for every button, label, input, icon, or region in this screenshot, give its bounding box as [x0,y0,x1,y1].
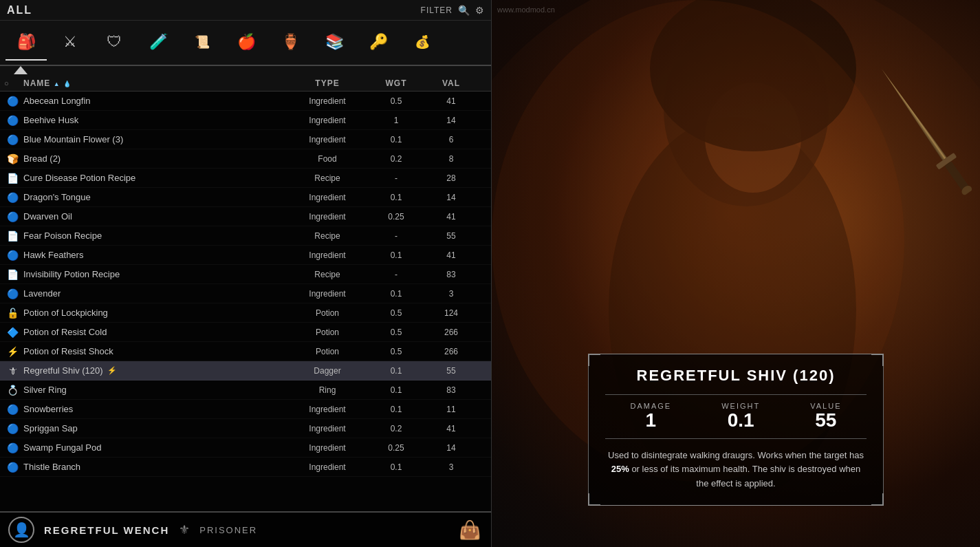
item-description: Used to disintegrate walking draugrs. Wo… [605,449,867,491]
item-icon: 🔵 [0,134,21,145]
list-item[interactable]: 🔵Swamp Fungal PodIngredient0.2514 [0,438,491,458]
list-item[interactable]: 🔵Dwarven OilIngredient0.2541 [0,207,491,226]
filter-icon[interactable]: 🔍 [458,5,470,16]
item-name-text: Dwarven Oil [21,211,286,222]
value-value: 55 [810,410,841,431]
item-name-text: Potion of Lockpicking [21,308,286,318]
tab-all[interactable]: 🎒 [6,25,47,61]
item-value-text: 11 [424,405,479,414]
tab-books[interactable]: 📚 [314,25,355,61]
item-name-text: Cure Disease Potion Recipe [21,173,286,183]
tab-misc[interactable]: 🏺 [270,25,311,61]
tab-keys[interactable]: 🔑 [358,25,399,61]
list-item[interactable]: 🔵Spriggan SapIngredient0.241 [0,419,491,438]
item-weight-text: 0.5 [369,347,424,356]
col-name-header[interactable]: NAME ▲ 💧 [21,78,286,88]
list-item[interactable]: 🍞Bread (2)Food0.28 [0,149,491,169]
item-type-text: Dagger [286,366,369,376]
item-name-text: Blue Mountain Flower (3) [21,134,286,144]
item-value-text: 6 [424,135,479,144]
item-icon: 🔵 [0,250,21,261]
item-value-text: 14 [424,116,479,125]
lightning-icon: ⚡ [107,366,117,375]
item-icon: 🔵 [0,96,21,107]
item-value-text: 41 [424,250,479,260]
item-value-text: 83 [424,270,479,279]
weight-stat: WEIGHT 0.1 [721,402,760,431]
list-item[interactable]: 🔓Potion of LockpickingPotion0.5124 [0,303,491,323]
list-item[interactable]: 📄Cure Disease Potion RecipeRecipe-28 [0,169,491,188]
item-type-text: Food [286,154,369,164]
list-item[interactable]: 📄Fear Poison RecipeRecipe-55 [0,226,491,246]
item-name-text: Snowberries [21,404,286,414]
item-name-text: Abecean Longfin [21,96,286,106]
list-item[interactable]: 💍Silver RingRing0.183 [0,380,491,400]
item-icon: 🔵 [0,115,21,126]
col-val-header[interactable]: VAL [424,78,479,88]
item-weight-text: - [369,270,424,279]
item-name-text: Bread (2) [21,153,286,164]
item-info-box: REGRETFUL SHIV (120) DAMAGE 1 WEIGHT 0.1… [588,354,884,506]
item-icon: 🔵 [0,442,21,453]
item-list[interactable]: 🔵Abecean LongfinIngredient0.541🔵Beehive … [0,92,491,511]
list-item[interactable]: 🔵Beehive HuskIngredient114 [0,111,491,130]
tab-food[interactable]: 🍎 [226,25,267,61]
list-item[interactable]: 📄Invisibility Potion RecipeRecipe-83 [0,265,491,284]
item-type-text: Ingredient [286,443,369,453]
item-name-text: Invisibility Potion Recipe [21,269,286,279]
item-name-text: Potion of Resist Shock [21,346,286,356]
list-item[interactable]: 🔵Blue Mountain Flower (3)Ingredient0.16 [0,130,491,149]
detail-panel: REGRETFUL SHIV (120) DAMAGE 1 WEIGHT 0.1… [492,0,980,547]
item-icon: 📄 [0,230,21,242]
tab-scrolls[interactable]: 📜 [182,25,223,61]
item-type-text: Recipe [286,231,369,241]
item-name-text: Spriggan Sap [21,423,286,433]
item-value-text: 3 [424,289,479,299]
col-type-header[interactable]: TYPE [286,78,369,88]
list-item[interactable]: 🔷Potion of Resist ColdPotion0.5266 [0,323,491,342]
item-weight-text: 0.1 [369,289,424,299]
item-icon: 🔵 [0,404,21,415]
settings-icon[interactable]: ⚙ [475,5,484,16]
item-name-text: Potion of Resist Cold [21,327,286,337]
list-item[interactable]: 🗡Regretful Shiv (120)⚡Dagger0.155 [0,361,491,380]
tab-weapons[interactable]: ⚔ [50,25,91,61]
list-item[interactable]: 🔵LavenderIngredient0.13 [0,284,491,303]
item-icon: 📄 [0,269,21,280]
item-weight-text: 0.5 [369,308,424,318]
item-name-text: Dragon's Tongue [21,192,286,202]
item-weight-text: 0.1 [369,135,424,144]
tab-gold[interactable]: 💰 [402,25,443,61]
item-type-text: Potion [286,347,369,356]
list-item[interactable]: 🔵Thistle BranchIngredient0.13 [0,458,491,477]
item-name-text: Hawk Feathers [21,250,286,260]
item-icon: 🗡 [0,365,21,376]
item-stats-row: DAMAGE 1 WEIGHT 0.1 VALUE 55 [605,394,867,439]
inventory-panel: ALL FILTER 🔍 ⚙ 🎒 ⚔ 🛡 🧪 📜 🍎 🏺 📚 🔑 💰 ○ NAM… [0,0,492,547]
list-item[interactable]: ⚡Potion of Resist ShockPotion0.5266 [0,342,491,361]
item-weight-text: 0.1 [369,385,424,395]
sort-indicator: ▲ [54,81,61,87]
player-avatar: 👤 [8,517,34,543]
item-icon: 🔵 [0,423,21,434]
gold-bag: 👜 [457,517,483,543]
panel-title: ALL [7,4,32,17]
tab-potions[interactable]: 🧪 [138,25,179,61]
tab-armor[interactable]: 🛡 [94,25,135,61]
item-type-text: Ring [286,385,369,395]
gold-icon: 👜 [459,519,481,541]
item-name-text: Silver Ring [21,385,286,395]
list-item[interactable]: 🔵Abecean LongfinIngredient0.541 [0,92,491,111]
item-weight-text: 0.5 [369,328,424,337]
item-type-text: Ingredient [286,193,369,202]
list-item[interactable]: 🔵SnowberriesIngredient0.111 [0,400,491,419]
item-type-text: Potion [286,328,369,337]
item-weight-text: 0.25 [369,443,424,453]
col-wgt-header[interactable]: WGT [369,78,424,88]
list-item[interactable]: 🔵Dragon's TongueIngredient0.114 [0,188,491,207]
item-value-text: 41 [424,212,479,222]
weight-value: 0.1 [721,410,760,431]
item-value-text: 266 [424,328,479,337]
item-weight-text: 0.2 [369,424,424,433]
list-item[interactable]: 🔵Hawk FeathersIngredient0.141 [0,246,491,265]
